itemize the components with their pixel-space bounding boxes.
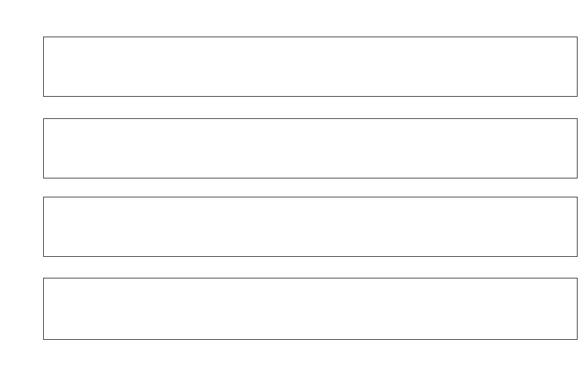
mixer-out-fft-trace [44, 278, 577, 339]
subplot-analog-in [43, 118, 578, 178]
y-axis-label-fft [1, 278, 35, 339]
dds-out-waveform [44, 37, 577, 96]
y-axis-label-analog-in [1, 119, 35, 178]
subplot-dds-out [43, 37, 578, 97]
y-axis-label-dds-out [1, 37, 35, 96]
y-axis-label-mixer-out [1, 197, 35, 256]
mixer-out-waveform [44, 197, 577, 256]
subplot-mixer-out [43, 197, 578, 257]
figure [0, 0, 588, 366]
analog-in-waveform [44, 119, 577, 178]
subplot-mixer-out-fft [43, 278, 578, 340]
